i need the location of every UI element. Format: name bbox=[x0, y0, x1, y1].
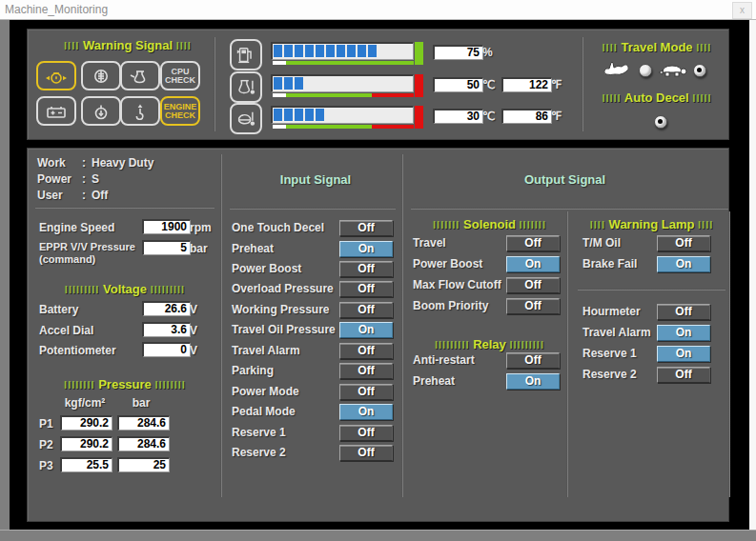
brake-fail-indicator: On bbox=[657, 256, 710, 272]
colon: : bbox=[82, 172, 86, 186]
pressure-header: IIIIIIII Pressure IIIIIIII bbox=[35, 377, 215, 391]
coolant-temp-icon bbox=[230, 103, 262, 134]
divider bbox=[566, 211, 568, 497]
anti-restart-indicator: Off bbox=[506, 352, 560, 369]
divider bbox=[728, 211, 730, 497]
travel-mode-title: Travel Mode bbox=[621, 40, 692, 54]
power-boost-indicator: Off bbox=[339, 261, 393, 277]
v-unit: V bbox=[190, 344, 197, 357]
coolant-temp-bar bbox=[271, 106, 414, 124]
solenoid-title: Solenoid bbox=[463, 217, 516, 231]
battery-field: 26.6 bbox=[142, 301, 191, 316]
status-panel: IIII Warning Signal IIII CPU CHECK bbox=[27, 29, 729, 140]
p1-bar-field: 284.6 bbox=[117, 415, 170, 431]
v-unit: V bbox=[190, 324, 197, 337]
input-row-label: One Touch Decel bbox=[232, 221, 324, 234]
window-frame-right bbox=[749, 20, 756, 530]
input-row-label: Travel Alarm bbox=[232, 344, 300, 357]
close-button[interactable]: x bbox=[732, 2, 752, 19]
gauge-cap bbox=[415, 42, 423, 65]
user-value: Off bbox=[92, 189, 108, 202]
power-label: Power bbox=[37, 172, 72, 186]
travel-alarm-lamp-indicator: On bbox=[657, 325, 710, 341]
relay-row-label: Anti-restart bbox=[413, 353, 475, 367]
v-unit: V bbox=[190, 303, 197, 316]
fahrenheit-unit: ℉ bbox=[551, 110, 562, 123]
ticks-left: IIIIIIIII bbox=[65, 284, 100, 295]
input-row-label: Reserve 1 bbox=[232, 426, 286, 439]
travel-solenoid-indicator: Off bbox=[506, 235, 560, 251]
divider bbox=[411, 208, 728, 210]
travel-mode-slow-radio[interactable] bbox=[639, 64, 652, 77]
warning-lamp-header: IIII Warning Lamp IIII bbox=[578, 217, 725, 231]
oil-temp-f-value: 122 bbox=[501, 77, 552, 92]
p3-kgf-field: 25.5 bbox=[60, 457, 112, 472]
kgfcm2-column-header: kgf/cm² bbox=[56, 396, 113, 410]
eppr-field: 5 bbox=[142, 240, 191, 255]
reserve-2-lamp-indicator: Off bbox=[657, 367, 710, 383]
battery-label: Battery bbox=[39, 303, 78, 316]
input-row-label: Reserve 2 bbox=[232, 446, 286, 459]
rabbit-icon bbox=[603, 60, 633, 83]
max-flow-cutoff-indicator: Off bbox=[506, 277, 560, 293]
reserve-1-indicator: Off bbox=[339, 425, 393, 441]
ticks-right: IIIIIII bbox=[520, 219, 546, 230]
voltage-title: Voltage bbox=[103, 282, 147, 296]
reserve-1-lamp-indicator: On bbox=[657, 346, 710, 362]
bar-unit: bar bbox=[190, 242, 208, 255]
gauge-scale bbox=[273, 61, 414, 65]
relay-row-label: Preheat bbox=[413, 374, 455, 388]
input-row-label: Working Pressure bbox=[232, 303, 329, 316]
preheat-indicator: On bbox=[339, 241, 393, 257]
ticks-right: IIIIIIIII bbox=[509, 339, 544, 351]
reserve-2-indicator: Off bbox=[339, 445, 393, 461]
gauge-scale bbox=[273, 125, 414, 129]
engine-speed-field: 1900 bbox=[142, 219, 191, 234]
auto-decel-radio[interactable] bbox=[654, 115, 667, 129]
lamp-row-label: Travel Alarm bbox=[582, 326, 651, 339]
travel-mode-fast-radio[interactable] bbox=[693, 64, 706, 77]
travel-oil-pressure-indicator: On bbox=[339, 322, 393, 338]
ticks-left: IIII bbox=[603, 42, 618, 53]
divider bbox=[582, 37, 583, 131]
parking-indicator: Off bbox=[339, 363, 393, 379]
one-touch-decel-indicator: Off bbox=[339, 220, 393, 236]
window-frame-bottom bbox=[0, 530, 756, 541]
preheat-relay-indicator: On bbox=[506, 373, 560, 390]
coolant-temp-f-value: 86 bbox=[501, 109, 552, 124]
p2-kgf-field: 290.2 bbox=[60, 436, 112, 451]
fahrenheit-unit: ℉ bbox=[551, 78, 562, 91]
input-row-label: Overload Pressure bbox=[232, 282, 334, 295]
input-row-label: Parking bbox=[232, 364, 274, 377]
divider bbox=[220, 154, 222, 497]
accel-dial-label: Accel Dial bbox=[39, 324, 93, 337]
p2-label: P2 bbox=[39, 438, 53, 451]
ticks-left: IIIIIII bbox=[433, 219, 460, 230]
gauge-cap bbox=[415, 106, 423, 129]
lamp-row-label: T/M Oil bbox=[582, 236, 621, 250]
divider bbox=[230, 208, 396, 210]
solenoid-row-label: Power Boost bbox=[413, 257, 482, 270]
power-mode-indicator: Off bbox=[339, 384, 393, 400]
potentiometer-field: 0 bbox=[142, 342, 191, 357]
hourmeter-indicator: Off bbox=[657, 304, 710, 320]
solenoid-header: IIIIIII Solenoid IIIIIII bbox=[411, 217, 568, 231]
power-value: S bbox=[92, 172, 99, 186]
engine-speed-label: Engine Speed bbox=[39, 221, 114, 234]
ticks-left: IIIIIIIII bbox=[435, 339, 470, 351]
ticks-left: IIII bbox=[590, 219, 605, 230]
ticks-right: IIIIIIIII bbox=[151, 284, 186, 295]
input-row-label: Pedal Mode bbox=[232, 405, 296, 418]
solenoid-row-label: Boom Priority bbox=[413, 299, 488, 312]
auto-decel-title: Auto Decel bbox=[624, 90, 689, 105]
turtle-icon bbox=[657, 63, 687, 83]
celsius-unit: ℃ bbox=[482, 78, 495, 91]
divider bbox=[35, 207, 215, 209]
pressure-title: Pressure bbox=[98, 377, 152, 391]
lamp-row-label: Reserve 1 bbox=[582, 347, 637, 360]
p2-bar-field: 284.6 bbox=[117, 436, 170, 451]
ticks-right: IIIII bbox=[692, 92, 711, 104]
voltage-header: IIIIIIIII Voltage IIIIIIIII bbox=[35, 282, 215, 296]
fuel-bar bbox=[271, 42, 414, 60]
oil-temp-c-value: 50 bbox=[433, 77, 483, 92]
